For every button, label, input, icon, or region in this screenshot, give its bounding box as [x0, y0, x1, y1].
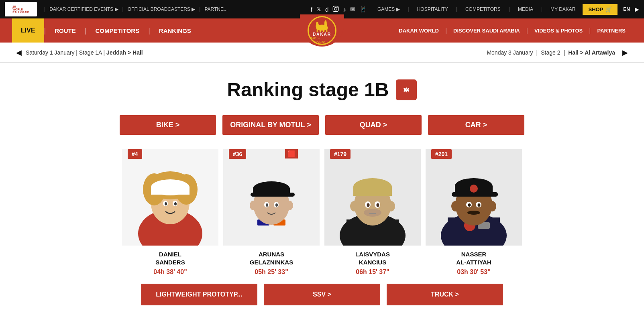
competitor-photo-3 — [324, 149, 421, 246]
competitors-grid: #4 — [8, 149, 636, 276]
cart-icon: 🛒 — [605, 6, 612, 12]
competitor-card-3: #179 — [322, 149, 423, 276]
competitor-name-2: ARUNAS GELAZNINKAS — [250, 250, 293, 266]
svg-point-75 — [467, 211, 480, 215]
expand-icon[interactable]: ▶ — [635, 6, 639, 12]
svg-rect-67 — [452, 192, 498, 197]
competitor-card-4: #201 — [423, 149, 524, 276]
original-motul-button[interactable]: ORIGINAL BY MOTUL > — [222, 115, 319, 135]
videos-photos-link[interactable]: VIDEOS & PHOTOS — [528, 18, 589, 43]
discover-saudi-link[interactable]: DISCOVER SAUDI ARABIA — [447, 18, 526, 43]
svg-point-73 — [468, 203, 471, 207]
competitor-time-3: 06h 15' 37" — [356, 268, 389, 276]
dakar-logo[interactable]: DAKAR 01/01 > 01/14/2022 — [300, 14, 344, 47]
stage-left-stage: Stage 1A — [79, 49, 102, 56]
divider-1: | — [44, 6, 45, 12]
stage-left-date: Saturday 1 January — [26, 49, 74, 56]
competitor-time-1: 04h 38' 40" — [153, 268, 187, 276]
hospitality-link[interactable]: HOSPITALITY — [417, 6, 448, 12]
truck-button[interactable]: TRUCK > — [387, 284, 503, 305]
sort-icon-button[interactable] — [396, 79, 417, 100]
competitor-photo-1 — [122, 149, 218, 246]
svg-point-54 — [377, 203, 379, 207]
tiktok-icon[interactable]: ♪ — [343, 6, 346, 13]
dakar-logo-circle: DAKAR 01/01 > 01/14/2022 — [308, 16, 336, 45]
rankings-link[interactable]: RANKINGS — [150, 18, 200, 43]
next-stage-button[interactable]: ▶ — [618, 48, 632, 57]
svg-rect-0 — [333, 6, 338, 11]
email-icon[interactable]: ✉ — [350, 6, 355, 13]
main-nav-links: | ROUTE | COMPETITORS | RANKINGS — [44, 18, 200, 43]
partners-link[interactable]: PARTNE... — [204, 6, 228, 12]
competitor-time-2: 05h 25' 33" — [255, 268, 288, 276]
games-link[interactable]: GAMES ▶ — [377, 6, 400, 12]
logo-area: 2RWORLDRALLY-RAID — [5, 2, 37, 16]
live-button[interactable]: LIVE — [12, 18, 44, 43]
lightweight-prototype-button[interactable]: LIGHTWEIGHT PROTOTYP... — [141, 284, 257, 305]
competitor-badge-4: #201 — [431, 149, 452, 159]
media-link[interactable]: MEDIA — [518, 6, 533, 12]
stage-info-right: Monday 3 January | Stage 2 | Hail > Al A… — [487, 48, 632, 57]
category-buttons-row: BIKE > ORIGINAL BY MOTUL > QUAD > CAR > — [8, 115, 636, 135]
discord-icon[interactable]: d — [325, 6, 328, 13]
competitor-name-3: LAISVYDAS KANCIUS — [355, 250, 390, 266]
svg-rect-21 — [151, 187, 190, 195]
social-icons-group: f 𝕏 d ♪ ✉ 📱 — [311, 6, 367, 13]
divider-2: | — [122, 6, 124, 12]
stage-right-route: Hail > Al Artawiya — [568, 49, 615, 56]
competitor-card-2: #36 🟥 — [221, 149, 322, 276]
competitor-badge-2: #36 — [229, 149, 246, 159]
twitter-icon[interactable]: 𝕏 — [316, 6, 321, 13]
dakar-certified-link[interactable]: DAKAR CERTIFIED EVENTS ▶ — [49, 6, 118, 12]
site-logo: 2RWORLDRALLY-RAID — [5, 2, 37, 16]
svg-point-2 — [337, 7, 338, 8]
ranking-title-row: Ranking stage 1B — [8, 79, 636, 101]
svg-point-50 — [387, 201, 395, 211]
bottom-buttons-row: LIGHTWEIGHT PROTOTYP... SSV > TRUCK > — [8, 284, 636, 305]
prev-stage-button[interactable]: ◀ — [12, 48, 26, 57]
car-button[interactable]: CAR > — [428, 115, 524, 135]
svg-point-69 — [451, 201, 459, 211]
competitor-name-4: NASSER AL-ATTIYAH — [456, 250, 491, 266]
flag-badge-2: 🟥 — [285, 149, 298, 158]
svg-point-37 — [286, 201, 293, 210]
official-broadcasters-link[interactable]: OFFICIAL BROADCASTERS ▶ — [128, 6, 196, 12]
svg-point-70 — [488, 201, 496, 211]
competitor-time-4: 03h 30' 53" — [457, 268, 490, 276]
shop-button[interactable]: SHOP 🛒 — [583, 4, 618, 15]
svg-point-68 — [470, 185, 478, 193]
competitors-top-link[interactable]: COMPETITORS — [465, 6, 501, 12]
partners-main-link[interactable]: PARTNERS — [591, 18, 632, 43]
quad-button[interactable]: QUAD > — [325, 115, 422, 135]
main-navbar: LIVE | ROUTE | COMPETITORS | RANKINGS D — [0, 18, 644, 43]
svg-point-6 — [316, 22, 318, 26]
competitor-name-1: DANIEL SANDERS — [155, 250, 185, 266]
svg-rect-48 — [353, 187, 392, 196]
svg-point-41 — [275, 203, 278, 207]
svg-point-40 — [266, 203, 268, 207]
svg-rect-12 — [326, 29, 327, 32]
stage-right-stage: Stage 2 — [541, 49, 560, 56]
language-selector[interactable]: EN — [623, 6, 630, 12]
dakar-world-link[interactable]: DAKAR WORLD — [392, 18, 445, 43]
svg-point-8 — [325, 20, 326, 22]
bike-button[interactable]: BIKE > — [120, 115, 216, 135]
svg-point-74 — [478, 203, 481, 207]
svg-point-55 — [364, 209, 381, 217]
my-dakar-link[interactable]: MY DAKAR — [550, 6, 575, 12]
competitor-card-1: #4 — [120, 149, 221, 276]
mobile-icon[interactable]: 📱 — [359, 6, 367, 13]
competitor-photo-2 — [223, 149, 320, 246]
stage-right-date: Monday 3 January — [487, 49, 533, 56]
ssv-button[interactable]: SSV > — [264, 284, 380, 305]
competitor-photo-4 — [426, 149, 522, 246]
stage-left-route: Jeddah > Hail — [106, 49, 143, 56]
ranking-stage-title: Ranking stage 1B — [227, 79, 389, 101]
competitors-link[interactable]: COMPETITORS — [86, 18, 148, 43]
instagram-icon[interactable] — [332, 6, 339, 13]
svg-rect-9 — [317, 29, 318, 32]
route-link[interactable]: ROUTE — [46, 18, 85, 43]
dakar-brand-text: DAKAR — [313, 32, 331, 37]
facebook-icon[interactable]: f — [311, 6, 312, 13]
svg-point-36 — [250, 201, 257, 210]
